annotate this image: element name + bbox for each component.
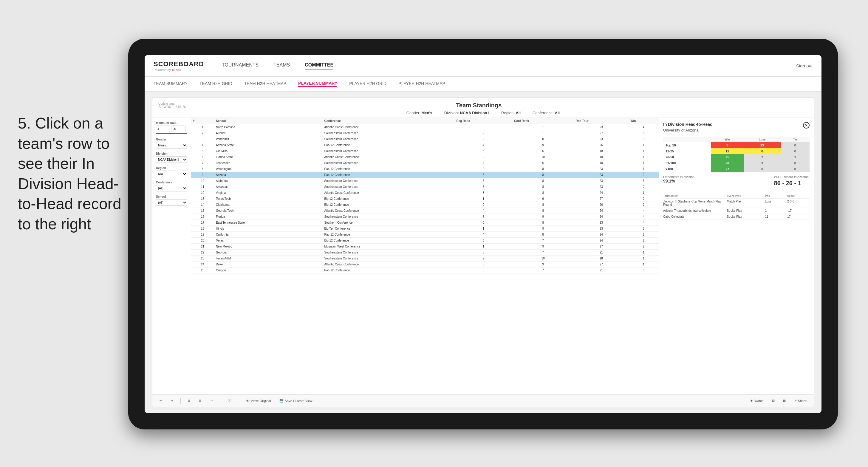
nav-tournaments[interactable]: TOURNAMENTS bbox=[222, 62, 258, 69]
cell-reg: 4 bbox=[455, 160, 512, 166]
opponents-pct: 99.1% bbox=[663, 179, 695, 183]
subnav-team-h2h-grid[interactable]: TEAM H2H GRID bbox=[199, 81, 232, 87]
table-row[interactable]: 8 Washington Pac-12 Conference 2 8 23 1 bbox=[191, 166, 659, 172]
h2h-close-button[interactable]: × bbox=[803, 122, 810, 128]
save-custom-button[interactable]: 💾 Save Custom View bbox=[277, 398, 315, 404]
paste-button[interactable]: ⊞ bbox=[196, 398, 204, 404]
view-icon: 👁 bbox=[246, 399, 250, 403]
clock-button[interactable]: 🕐 bbox=[225, 398, 234, 404]
table-row[interactable]: 20 Texas Big 12 Conference 3 7 24 2 bbox=[191, 238, 659, 244]
tourney-col-name: Tournament bbox=[663, 194, 727, 197]
tourney-header: Tournament Event Type Pos Score bbox=[663, 193, 810, 198]
h2h-row-100plus[interactable]: >100 27 0 0 bbox=[663, 166, 810, 172]
table-row[interactable]: 5 Ole Miss Southeastern Conference 3 6 1… bbox=[191, 148, 659, 154]
filter-minrou-input[interactable] bbox=[156, 126, 170, 132]
h2h-label-100plus: >100 bbox=[663, 166, 711, 172]
table-row[interactable]: 21 New Mexico Mountain West Conference 1… bbox=[191, 244, 659, 250]
panel-title: Team Standings bbox=[186, 102, 772, 109]
grid-button[interactable]: ⊞ bbox=[781, 398, 788, 404]
cell-num: 9 bbox=[191, 172, 214, 178]
tourney-type-2: Stroke Play bbox=[727, 209, 765, 212]
filter-school-select[interactable]: (All) bbox=[156, 199, 187, 206]
table-row[interactable]: 17 East Tennessee State Southern Confere… bbox=[191, 220, 659, 226]
table-row[interactable]: 22 Georgia Southeastern Conference 8 7 2… bbox=[191, 250, 659, 255]
table-row[interactable]: 23 Texas A&M Southeastern Conference 9 1… bbox=[191, 255, 659, 261]
tourney-type-3: Stroke Play bbox=[727, 215, 765, 218]
table-row[interactable]: 10 Alabama Southeastern Conference 5 8 2… bbox=[191, 178, 659, 184]
tourney-row-1: Jackson T. Stephens Cup Men's Match Play… bbox=[663, 198, 810, 208]
cell-school: Georgia Tech bbox=[214, 208, 322, 214]
more-button[interactable]: ⋯ bbox=[207, 398, 215, 404]
cell-crank: 7 bbox=[512, 268, 574, 274]
h2h-row-1125[interactable]: 11-25 11 8 0 bbox=[663, 148, 810, 154]
save-icon: 💾 bbox=[279, 399, 284, 403]
toolbar-sep-2 bbox=[220, 398, 220, 404]
nav-teams[interactable]: TEAMS bbox=[273, 62, 290, 69]
table-row[interactable]: 14 Oklahoma Big 12 Conference 0 8 26 2 bbox=[191, 202, 659, 208]
view-original-button[interactable]: 👁 View: Original bbox=[244, 398, 273, 404]
table-row[interactable]: 7 Tennessee Southeastern Conference 4 6 … bbox=[191, 160, 659, 166]
table-scroll[interactable]: # School Conference Reg Rank Conf Rank R… bbox=[191, 118, 659, 394]
subnav-team-h2h-heatmap[interactable]: TEAM H2H HEATMAP bbox=[244, 81, 286, 87]
sign-out[interactable]: Sign out bbox=[790, 63, 812, 68]
nav-committee[interactable]: COMMITTEE bbox=[305, 62, 333, 69]
table-row[interactable]: 25 Oregon Pac-12 Conference 5 7 21 0 bbox=[191, 268, 659, 274]
h2h-row-51100[interactable]: 51-100 20 3 0 bbox=[663, 160, 810, 166]
filter-minrou-label: Minimum Rou... bbox=[156, 121, 187, 125]
table-row[interactable]: 19 California Pac-12 Conference 4 8 24 2 bbox=[191, 232, 659, 238]
table-row[interactable]: 4 Arizona State Pac-12 Conference 4 9 26… bbox=[191, 142, 659, 148]
table-row[interactable]: 9 Arizona Pac-12 Conference 5 8 23 2 bbox=[191, 172, 659, 178]
tourney-type-1: Match Play bbox=[727, 200, 765, 206]
filter-region-select[interactable]: N/A bbox=[156, 170, 187, 177]
subnav-player-summary[interactable]: PLAYER SUMMARY bbox=[298, 81, 337, 87]
table-row[interactable]: 15 Georgia Tech Atlantic Coast Conferenc… bbox=[191, 208, 659, 214]
cell-win: 2 bbox=[628, 238, 659, 244]
cell-num: 5 bbox=[191, 148, 214, 154]
cell-conf: Southeastern Conference bbox=[322, 136, 455, 142]
h2h-win-2650: 25 bbox=[711, 154, 744, 160]
subnav-player-h2h-heatmap[interactable]: PLAYER H2H HEATMAP bbox=[398, 81, 445, 87]
h2h-label-1125: 11-25 bbox=[663, 148, 711, 154]
filter-slider[interactable] bbox=[156, 133, 187, 134]
table-row[interactable]: 6 Florida State Atlantic Coast Conferenc… bbox=[191, 154, 659, 160]
filter-division-select[interactable]: NCAA Division I bbox=[156, 156, 187, 163]
table-row[interactable]: 13 Texas Tech Big 12 Conference 1 9 27 2 bbox=[191, 196, 659, 202]
h2h-row-top10[interactable]: Top 10 3 13 0 bbox=[663, 142, 810, 148]
cell-conf: Atlantic Coast Conference bbox=[322, 261, 455, 268]
filter-maxrou-input[interactable] bbox=[171, 126, 185, 132]
subnav-team-summary[interactable]: TEAM SUMMARY bbox=[154, 81, 188, 87]
undo-button[interactable]: ↩ bbox=[157, 398, 164, 404]
subnav-player-h2h-grid[interactable]: PLAYER H2H GRID bbox=[349, 81, 386, 87]
save-custom-label: Save Custom View bbox=[285, 399, 312, 403]
cell-rds: 18 bbox=[574, 154, 629, 160]
redo-button[interactable]: ↪ bbox=[168, 398, 176, 404]
table-row[interactable]: 16 Florida Southeastern Conference 7 9 2… bbox=[191, 214, 659, 220]
table-row[interactable]: 24 Duke Atlantic Coast Conference 5 9 27… bbox=[191, 261, 659, 268]
tourney-row-3: Cabo Collegiate Stroke Play 11 17 bbox=[663, 214, 810, 220]
filter-conference-select[interactable]: (All) bbox=[156, 185, 187, 191]
cell-school: Tennessee bbox=[214, 160, 322, 166]
watch-button[interactable]: 👁 Watch bbox=[747, 398, 766, 404]
cell-school: New Mexico bbox=[214, 244, 322, 250]
watch-icon: 👁 bbox=[750, 399, 753, 403]
tourney-pos-3: 11 bbox=[765, 215, 787, 218]
h2h-label-top10: Top 10 bbox=[663, 142, 711, 148]
cell-num: 6 bbox=[191, 154, 214, 160]
table-row[interactable]: 2 Auburn Southeastern Conference 2 1 27 … bbox=[191, 130, 659, 136]
screen-button[interactable]: ⊡ bbox=[770, 398, 777, 404]
h2h-loss-51100: 3 bbox=[744, 160, 781, 166]
share-button[interactable]: ↗ Share bbox=[792, 398, 809, 404]
table-row[interactable]: 11 Arkansas Southeastern Conference 6 8 … bbox=[191, 184, 659, 190]
h2h-row-2650[interactable]: 26-50 25 2 1 bbox=[663, 154, 810, 160]
sidebar-filters: Minimum Rou... Gender Men's bbox=[152, 118, 191, 394]
h2h-tie-1125: 0 bbox=[781, 148, 810, 154]
filter-gender-select[interactable]: Men's bbox=[156, 142, 187, 149]
table-row[interactable]: 18 Illinois Big Ten Conference 1 9 23 3 bbox=[191, 226, 659, 232]
copy-button[interactable]: ⧉ bbox=[185, 398, 193, 404]
cell-rds: 26 bbox=[574, 202, 629, 208]
table-row[interactable]: 3 Vanderbilt Southeastern Conference 2 8… bbox=[191, 136, 659, 142]
table-row[interactable]: 1 North Carolina Atlantic Coast Conferen… bbox=[191, 124, 659, 130]
cell-crank: 8 bbox=[512, 178, 574, 184]
table-row[interactable]: 12 Virginia Atlantic Coast Conference 3 … bbox=[191, 190, 659, 196]
cell-win: 3 bbox=[628, 226, 659, 232]
